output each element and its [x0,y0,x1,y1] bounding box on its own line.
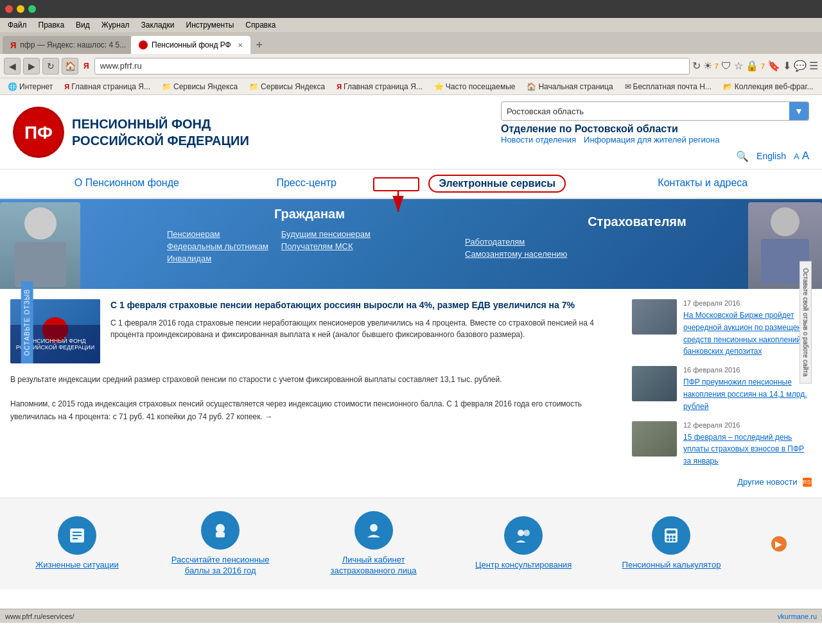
rate-tab[interactable]: Оставьте свой отзыв о работе сайта [800,261,812,383]
service-personal-account[interactable]: Личный кабинет застрахованного лица [322,511,425,577]
bookmark-yandex-services2[interactable]: 📁 Сервисы Яндекса [244,81,330,92]
menu-journal[interactable]: Журнал [96,19,135,31]
region-dropdown-arrow[interactable]: ▼ [789,102,809,120]
hero-citizens: Гражданам Пенсионерам Федеральным льготн… [167,199,452,289]
news-main-text: С 1 февраля страховые пенсии неработающи… [110,299,622,363]
close-traffic[interactable] [5,5,13,13]
other-news-anchor[interactable]: Другие новости [737,477,797,487]
font-small-button[interactable]: А [794,152,800,161]
sidebar-news-img-3 [632,421,677,457]
svg-point-19 [667,539,669,541]
sidebar-news-3: 12 февраля 2016 15 февраля – последний д… [632,421,812,467]
hero-link-pensioners[interactable]: Пенсионерам [167,229,268,239]
svg-point-12 [518,530,524,536]
pocket-icon[interactable]: 🔖 [767,60,780,72]
consulting-icon [504,516,543,555]
forward-button[interactable]: ▶ [23,58,40,74]
pfr-title-block: ПЕНСИОННЫЙ ФОНД РОССИЙСКОЙ ФЕДЕРАЦИИ [72,116,249,149]
sidebar-news-link-1[interactable]: На Московской Бирже пройдет очередной ау… [683,311,812,356]
consulting-label: Центр консультирования [475,560,572,571]
menu-edit[interactable]: Правка [33,19,70,31]
region-residents-link[interactable]: Информация для жителей региона [584,135,719,144]
mail-icon: ✉ [625,82,631,91]
service-calculator[interactable]: Пенсионный калькулятор [622,516,721,571]
service-pension-calc[interactable]: Рассчитайте пенсионные баллы за 2016 год [169,511,272,577]
tab-pfr[interactable]: Пенсионный фонд РФ ✕ [131,36,250,54]
sidebar-news-2: 16 февраля 2016 ПФР преумножил пенсионны… [632,366,812,412]
pfr-title-line2: РОССИЙСКОЙ ФЕДЕРАЦИИ [72,132,249,149]
yandex-icon2: Я [337,83,342,91]
sidebar-news-link-2[interactable]: ПФР преумножил пенсионные накопления рос… [683,378,807,411]
nav-eservices[interactable]: Электронные сервисы [428,175,565,193]
menu-help[interactable]: Справка [240,19,281,31]
url-input[interactable] [94,58,690,74]
nav-wrapper: О Пенсионном фонде Пресс-центр Электронн… [0,170,822,199]
maximize-traffic[interactable] [28,5,36,13]
status-bar: www.pfrf.ru/eservices/ vkurmane.ru [0,609,822,623]
new-tab-button[interactable]: + [250,36,268,54]
hero-link-future[interactable]: Будущим пенсионерам [281,229,371,239]
collection-icon: 📂 [723,82,733,91]
hero-citizens-links: Пенсионерам Федеральным льготникам Инвал… [167,229,452,263]
news-main-title: С 1 февраля страховые пенсии неработающи… [110,299,622,312]
life-situations-label: Жизненные ситуации [35,560,119,571]
tab-close-pfr[interactable]: ✕ [238,42,243,49]
bookmark-recommended[interactable]: ⭐ Рекомендуемые сайты [819,81,822,92]
sidebar-news-text-1: 17 февраля 2016 На Московской Бирже прой… [683,299,812,357]
bookmark-mail[interactable]: ✉ Бесплатная почта Н... [620,81,717,92]
status-url: www.pfrf.ru/eservices/ [5,613,778,620]
hero-link-federal[interactable]: Федеральным льготникам [167,241,268,251]
sidebar-news-text-3: 12 февраля 2016 15 февраля – последний д… [683,421,812,467]
sidebar-news-link-3[interactable]: 15 февраля – последний день уплаты страх… [683,433,804,466]
english-link[interactable]: English [756,151,786,161]
service-life-situations[interactable]: Жизненные ситуации [35,516,119,571]
hero-link-msk[interactable]: Получателям МСК [281,241,371,251]
sidebar-news-date-1: 17 февраля 2016 [683,299,812,307]
home-button[interactable]: 🏠 [62,58,78,74]
nav-press[interactable]: Пресс-центр [271,175,342,193]
region-news-link[interactable]: Новости отделения [501,135,576,144]
website-container: ПФ ПЕНСИОННЫЙ ФОНД РОССИЙСКОЙ ФЕДЕРАЦИИ … [0,95,822,609]
weather-icon: ☀ [703,60,712,72]
font-large-button[interactable]: А [802,150,809,162]
feedback-tab[interactable]: ОСТАВЬТЕ ОТЗЫВ [21,281,33,363]
bookmark-collection[interactable]: 📂 Коллекция веб-фраг... [718,81,819,92]
tab-yandex[interactable]: Я пфр — Яндекс: нашлос: 4 5... ✕ [3,36,131,54]
refresh-button[interactable]: ↻ [42,58,59,74]
svg-point-17 [670,535,672,538]
menu-icon[interactable]: ☰ [809,60,818,72]
bookmark-frequent[interactable]: ⭐ Часто посещаемые [429,81,521,92]
region-selector[interactable]: Ростовская область ▼ [501,101,809,121]
search-button[interactable]: 🔍 [736,150,749,162]
service-consulting[interactable]: Центр консультирования [475,516,572,571]
services-next-arrow[interactable]: ▶ [771,536,787,552]
pfr-right-area: Ростовская область ▼ Отделение по Ростов… [249,101,809,162]
nav-contacts[interactable]: Контакты и адреса [652,175,753,193]
refresh-icon[interactable]: ↻ [692,60,701,72]
bookmark-internet[interactable]: 🌐 Интернет [3,81,58,92]
pfr-logo[interactable]: ПФ [13,107,64,158]
news-continuation: В результате индексации средний размер с… [10,374,622,423]
bookmark-yandex-services1[interactable]: 📁 Сервисы Яндекса [157,81,243,92]
other-news-link: Другие новости RSS [632,476,812,487]
menu-bar: Файл Правка Вид Журнал Закладки Инструме… [0,18,822,32]
chat-icon[interactable]: 💬 [794,60,807,72]
bookmark-yandex-main[interactable]: Я Главная страница Я... [59,81,155,92]
personal-account-icon [354,511,393,550]
download-icon[interactable]: ⬇ [783,60,791,72]
menu-bookmarks[interactable]: Закладки [136,19,180,31]
calculator-label: Пенсионный калькулятор [622,560,721,571]
bookmark-home[interactable]: 🏠 Начальная страница [521,81,618,92]
minimize-traffic[interactable] [17,5,24,13]
menu-tools[interactable]: Инструменты [181,19,240,31]
back-button[interactable]: ◀ [4,58,21,74]
bookmark-yandex-main2[interactable]: Я Главная страница Я... [331,81,428,92]
menu-view[interactable]: Вид [71,19,95,31]
hero-col-right: Будущим пенсионерам Получателям МСК [281,229,371,263]
menu-file[interactable]: Файл [3,19,32,31]
hero-link-disabled[interactable]: Инвалидам [167,254,268,263]
pfr-search-lang: 🔍 English А А [736,150,809,162]
titlebar [0,0,822,18]
nav-about[interactable]: О Пенсионном фонде [69,175,184,193]
star-icon[interactable]: ☆ [734,60,743,72]
